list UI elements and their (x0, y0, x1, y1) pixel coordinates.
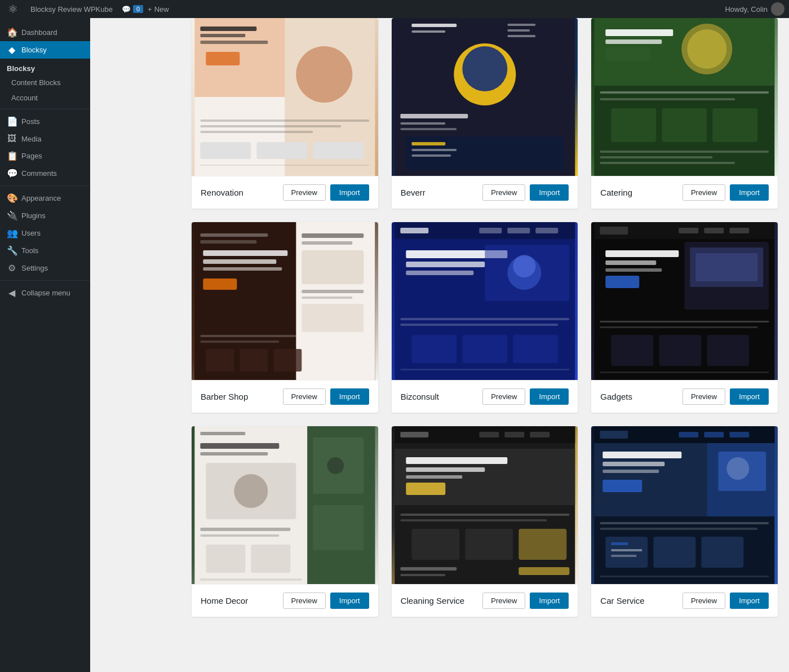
svg-rect-62 (206, 349, 234, 372)
import-button-homedecor[interactable]: Import (330, 593, 369, 609)
svg-rect-69 (507, 228, 530, 233)
template-footer-barbershop: Barber Shop Preview Import (192, 380, 378, 413)
svg-rect-80 (462, 335, 507, 363)
svg-rect-7 (200, 120, 369, 122)
collapse-icon: ◀ (7, 288, 17, 298)
sidebar-item-media[interactable]: 🖼 Media (0, 130, 90, 147)
main-content: Renovation Preview Import (90, 0, 789, 672)
new-content-link[interactable]: New (148, 5, 169, 14)
template-actions-catering: Preview Import (682, 184, 769, 201)
site-name[interactable]: Blocksy Review WPKube (26, 5, 117, 14)
svg-rect-126 (406, 467, 485, 472)
svg-rect-26 (406, 136, 564, 170)
svg-rect-155 (702, 537, 744, 568)
template-name-catering: Catering (600, 188, 632, 197)
svg-rect-95 (696, 253, 758, 281)
svg-rect-78 (400, 324, 558, 326)
tools-icon: 🔧 (7, 245, 17, 256)
blocksy-section-label: Blocksy (0, 59, 90, 75)
admin-bar: ⚛ Blocksy Review WPKube 💬 0 New Howdy, C… (0, 0, 789, 18)
sidebar-item-account[interactable]: Account (0, 90, 90, 105)
svg-rect-63 (240, 349, 268, 372)
template-name-barbershop: Barber Shop (201, 392, 248, 401)
sidebar-item-appearance[interactable]: 🎨 Appearance (0, 189, 90, 207)
template-preview-barbershop (192, 222, 378, 380)
sidebar-item-comments[interactable]: 💬 Comments (0, 165, 90, 182)
template-card-barbershop: Barber Shop Preview Import (192, 222, 378, 413)
svg-rect-12 (256, 142, 307, 159)
plugins-icon: 🔌 (7, 210, 17, 221)
import-button-barbershop[interactable]: Import (330, 388, 369, 405)
svg-rect-21 (507, 29, 530, 32)
sidebar-item-blocksy[interactable]: ◆ Blocksy (0, 41, 90, 59)
preview-button-bizconsult[interactable]: Preview (482, 388, 525, 405)
templates-grid: Renovation Preview Import (192, 18, 778, 617)
preview-button-homedecor[interactable]: Preview (283, 593, 326, 609)
appearance-icon: 🎨 (7, 193, 17, 204)
svg-rect-56 (302, 250, 364, 284)
sidebar-collapse-menu[interactable]: ◀ Collapse menu (0, 284, 90, 302)
import-button-renovation[interactable]: Import (330, 184, 369, 201)
svg-rect-130 (400, 519, 547, 521)
svg-rect-97 (600, 326, 758, 328)
import-button-cleaningservice[interactable]: Import (530, 593, 569, 609)
import-button-gadgets[interactable]: Import (730, 388, 769, 405)
sidebar-item-plugins[interactable]: 🔌 Plugins (0, 207, 90, 224)
sidebar-item-dashboard[interactable]: 🏠 Dashboard (0, 24, 90, 41)
template-footer-beverr: Beverr Preview Import (392, 176, 578, 209)
svg-rect-113 (200, 534, 279, 537)
preview-button-carservice[interactable]: Preview (682, 593, 725, 609)
template-footer-gadgets: Gadgets Preview Import (591, 380, 778, 413)
svg-rect-52 (203, 267, 282, 271)
sidebar-item-posts[interactable]: 📄 Posts (0, 113, 90, 130)
comments-link[interactable]: 💬 0 (122, 5, 143, 14)
wp-logo-icon[interactable]: ⚛ (5, 2, 21, 16)
svg-rect-151 (600, 522, 769, 524)
svg-rect-91 (606, 268, 662, 272)
preview-button-gadgets[interactable]: Preview (682, 388, 725, 405)
svg-rect-133 (518, 529, 566, 560)
comments-icon: 💬 (7, 168, 17, 179)
import-button-beverr[interactable]: Import (530, 184, 569, 201)
template-name-renovation: Renovation (201, 188, 243, 197)
import-button-catering[interactable]: Import (730, 184, 769, 201)
template-card-carservice: Car Service Preview Import (591, 426, 778, 617)
svg-point-17 (462, 46, 507, 91)
svg-rect-51 (203, 259, 276, 264)
template-footer-catering: Catering Preview Import (591, 176, 778, 209)
user-avatar (771, 2, 784, 16)
svg-rect-48 (200, 233, 268, 237)
svg-point-33 (688, 29, 727, 69)
preview-button-renovation[interactable]: Preview (283, 184, 326, 201)
svg-rect-13 (313, 142, 364, 159)
svg-rect-34 (606, 29, 673, 36)
svg-rect-10 (206, 52, 240, 65)
preview-button-barbershop[interactable]: Preview (283, 388, 326, 405)
sidebar-item-settings[interactable]: ⚙ Settings (0, 259, 90, 277)
preview-button-catering[interactable]: Preview (682, 184, 725, 201)
svg-rect-23 (400, 114, 468, 118)
sidebar-item-tools[interactable]: 🔧 Tools (0, 242, 90, 259)
template-preview-gadgets (591, 222, 778, 380)
svg-rect-55 (302, 241, 352, 245)
sidebar-item-users[interactable]: 👥 Users (0, 224, 90, 242)
svg-rect-40 (662, 108, 707, 142)
template-preview-bizconsult (392, 222, 578, 380)
sidebar-item-pages[interactable]: 📋 Pages (0, 147, 90, 165)
svg-rect-115 (251, 545, 290, 573)
svg-rect-79 (411, 335, 456, 363)
svg-point-111 (327, 457, 344, 474)
template-actions-renovation: Preview Import (283, 184, 369, 201)
svg-rect-159 (600, 576, 769, 577)
users-icon: 👥 (7, 228, 17, 238)
svg-rect-64 (273, 349, 302, 372)
import-button-carservice[interactable]: Import (730, 593, 769, 609)
svg-rect-87 (704, 228, 724, 233)
sidebar-item-content-blocks[interactable]: Content Blocks (0, 75, 90, 90)
import-button-bizconsult[interactable]: Import (530, 388, 569, 405)
svg-rect-128 (406, 483, 445, 495)
preview-button-cleaningservice[interactable]: Preview (482, 593, 525, 609)
preview-button-beverr[interactable]: Preview (482, 184, 525, 201)
svg-rect-106 (200, 443, 279, 449)
template-footer-homedecor: Home Decor Preview Import (192, 584, 378, 617)
